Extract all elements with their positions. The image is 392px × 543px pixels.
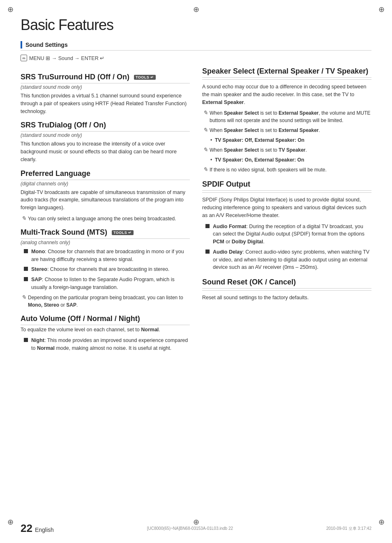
page-language: English	[35, 527, 54, 533]
note-icon-speaker2: ✎	[203, 127, 208, 134]
multi-track-sap-text: SAP: Choose to listen to the Separate Au…	[31, 276, 190, 291]
multi-track-subtext: (analog channels only)	[21, 240, 190, 245]
spdif-audio-format-text: Audio Format: During the reception of a …	[213, 223, 371, 246]
auto-volume-title: Auto Volume (Off / Normal / Night)	[21, 314, 190, 325]
note-icon-speaker4: ✎	[203, 166, 208, 173]
auto-volume-night-text: Night: This mode provides an improved so…	[31, 337, 190, 352]
bullet-icon-sap	[24, 277, 28, 281]
bullet-icon-night	[24, 338, 28, 342]
sound-reset-divider	[202, 290, 371, 291]
multi-track-title: Multi-Track Sound (MTS) TOOLS ↵	[21, 228, 190, 239]
multi-track-bullet-stereo: Stereo: Choose for channels that are bro…	[24, 266, 190, 273]
speaker-note-4: ✎ If there is no video signal, both spea…	[202, 166, 371, 173]
speaker-note-1: ✎ When Speaker Select is set to External…	[202, 109, 371, 124]
speaker-note-1-text: When Speaker Select is set to External S…	[210, 109, 371, 124]
preferred-language-note-text: You can only select a language among the…	[28, 215, 176, 222]
page: ⊕ ⊕ ⊕ ⊕ ⊕ ⊕ Basic Features Sound Setting…	[0, 0, 392, 543]
sound-settings-heading: Sound Settings	[21, 41, 371, 49]
multi-track-note-text: Depending on the particular program bein…	[28, 294, 190, 309]
multi-track-bullet-mono: Mono: Choose for channels that are broad…	[24, 248, 190, 263]
left-column: SRS TruSurround HD (Off / On) TOOLS ↵ (s…	[21, 67, 190, 354]
bullet-icon-audio-delay	[205, 250, 210, 254]
preferred-language-note: ✎ You can only select a language among t…	[21, 215, 190, 222]
crosshair-top-center-icon: ⊕	[193, 5, 199, 14]
bullet-icon-audio-format	[205, 224, 210, 228]
footer: 22 English [UC8000(65)~NA]BN68-03153A-01…	[0, 522, 392, 535]
sound-settings-divider	[21, 50, 371, 51]
srs-trusurround-title: SRS TruSurround HD (Off / On) TOOLS ↵	[21, 73, 190, 83]
sound-reset-title: Sound Reset (OK / Cancel)	[202, 278, 371, 289]
menu-icon: m	[21, 55, 27, 61]
srs-trusurround-body: This function provides a virtual 5.1 cha…	[21, 92, 190, 115]
spdif-divider	[202, 192, 371, 193]
page-number: 22	[21, 522, 32, 535]
page-title: Basic Features	[21, 16, 371, 34]
tools-badge-srs: TOOLS ↵	[134, 75, 156, 80]
page-number-block: 22 English	[21, 522, 54, 535]
multi-track-mono-text: Mono: Choose for channels that are broad…	[31, 248, 190, 263]
crosshair-top-right-icon: ⊕	[378, 5, 385, 14]
speaker-note-2: ✎ When Speaker Select is set to External…	[202, 127, 371, 134]
multi-track-note: ✎ Depending on the particular program be…	[21, 294, 190, 309]
auto-volume-body: To equalize the volume level on each cha…	[21, 326, 190, 334]
note-icon-speaker1: ✎	[203, 109, 208, 116]
sound-settings-label: Sound Settings	[25, 42, 68, 48]
srs-trudiolog-title: SRS TruDialog (Off / On)	[21, 121, 190, 132]
multi-track-stereo-text: Stereo: Choose for channels that are bro…	[31, 266, 169, 273]
spdif-bullet-audio-delay: Audio Delay: Correct audio-video sync pr…	[205, 248, 371, 271]
note-icon-speaker3: ✎	[203, 146, 208, 153]
speaker-note-4-text: If there is no video signal, both speake…	[210, 166, 327, 173]
speaker-note-2-text: When Speaker Select is set to External S…	[210, 127, 320, 134]
menu-navigation-line: m MENU ⊞ → Sound → ENTER ↵	[21, 55, 371, 61]
footer-filename: [UC8000(65)~NA]BN68-03153A-01L03.indb 22	[147, 526, 233, 531]
blue-bar-icon	[21, 41, 22, 49]
tools-badge-mts: TOOLS ↵	[112, 230, 134, 235]
speaker-select-body: A sound echo may occur due to a differen…	[202, 83, 371, 106]
right-column: Speaker Select (External Speaker / TV Sp…	[202, 67, 371, 354]
speaker-subnote-2: • TV Speaker: On, External Speaker: On	[202, 156, 371, 164]
spdif-audio-delay-text: Audio Delay: Correct audio-video sync pr…	[213, 248, 371, 271]
srs-trudiolog-body: This function allows you to increase the…	[21, 140, 190, 163]
multi-track-bullet-sap: SAP: Choose to listen to the Separate Au…	[24, 276, 190, 291]
srs-trusurround-subtext: (standard sound mode only)	[21, 84, 190, 90]
speaker-select-title: Speaker Select (External Speaker / TV Sp…	[202, 67, 371, 78]
sound-reset-body: Reset all sound settings to the factory …	[202, 294, 371, 302]
footer-date: 2010-09-01 오후 3:17:42	[326, 526, 371, 531]
note-icon-preferred: ✎	[21, 215, 26, 222]
spdif-title: SPDIF Output	[202, 180, 371, 191]
menu-nav-text: MENU ⊞ → Sound → ENTER ↵	[29, 55, 104, 61]
two-column-layout: SRS TruSurround HD (Off / On) TOOLS ↵ (s…	[21, 67, 371, 354]
bullet-icon-stereo	[24, 267, 28, 271]
crosshair-top-left-icon: ⊕	[7, 5, 14, 14]
auto-volume-bullet-night: Night: This mode provides an improved so…	[24, 337, 190, 352]
bullet-icon-mono	[24, 249, 28, 253]
speaker-note-3: ✎ When Speaker Select is set to TV Speak…	[202, 146, 371, 154]
speaker-subnote-1: • TV Speaker: Off, External Speaker: On	[202, 136, 371, 144]
srs-trudiolog-subtext: (standard sound mode only)	[21, 132, 190, 138]
speaker-note-3-text: When Speaker Select is set to TV Speaker…	[210, 146, 307, 154]
speaker-select-divider	[202, 79, 371, 80]
preferred-language-body: Digital-TV broadcasts are capable of sim…	[21, 189, 190, 212]
preferred-language-subtext: (digital channels only)	[21, 181, 190, 187]
spdif-body: SPDIF (Sony Philips Digital Interface) i…	[202, 196, 371, 219]
preferred-language-title: Preferred Language	[21, 169, 190, 180]
spdif-bullet-audio-format: Audio Format: During the reception of a …	[205, 223, 371, 246]
note-icon-mts: ✎	[21, 294, 26, 301]
